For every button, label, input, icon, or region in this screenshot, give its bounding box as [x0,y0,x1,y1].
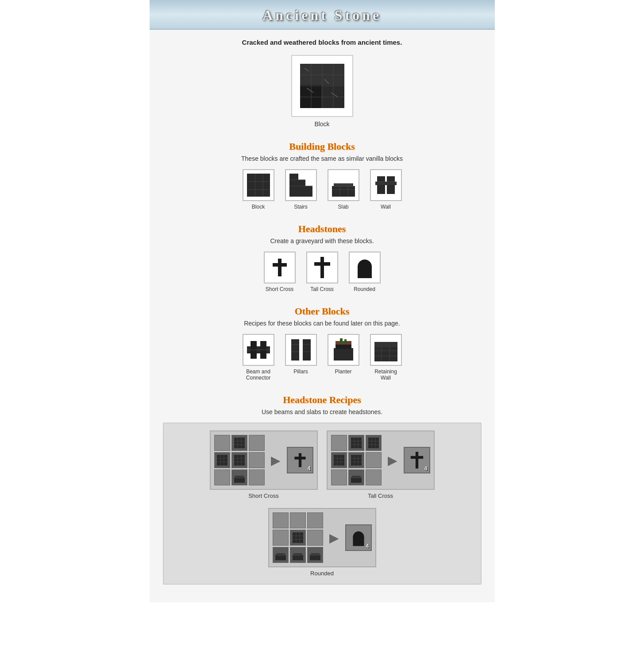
svg-rect-54 [374,346,397,361]
grid-cell [331,469,347,485]
page-header: Ancient Stone [150,0,495,30]
ingredient-icon [216,454,228,466]
recipe-arrow: ▶ [271,453,281,468]
grid-cell [231,435,247,451]
svg-rect-65 [217,455,228,465]
svg-rect-43 [291,339,299,361]
grid-cell [214,452,230,468]
grid-cell [366,469,382,485]
recipe-short-cross-result: 4 [287,447,313,473]
recipe-tall-cross-box: ▶ 4 [327,430,435,490]
item-stairs-image-box [285,169,317,201]
grid-cell [348,469,364,485]
svg-rect-52 [340,338,343,344]
ingredient-icon [350,471,362,484]
tall-cross-icon [310,255,335,280]
rounded-headstone-icon [352,255,377,280]
item-short-cross-label: Short Cross [266,286,293,292]
svg-rect-51 [335,341,351,345]
ingredient-icon [350,454,362,466]
grid-cell [331,435,347,451]
ingredient-icon [333,454,345,466]
grid-cell [214,435,230,451]
grid-cell [307,530,323,546]
item-planter-label: Planter [335,368,351,375]
grid-cell [331,452,347,468]
grid-cell [273,547,289,563]
main-content: Cracked and weathered blocks from ancien… [150,30,495,602]
item-slab-image-box [328,169,359,201]
ingredient-icon [309,549,321,561]
item-pillars-image-box [285,334,317,366]
other-blocks-section: Other Blocks Recipes for these blocks ca… [163,306,482,381]
item-wall-image-box [370,169,402,201]
headstone-recipes-desc: Use beams and slabs to create headstones… [163,408,482,415]
item-block-label: Block [252,204,265,210]
svg-rect-44 [303,339,311,361]
grid-cell [273,530,289,546]
item-short-cross-image-box [264,252,296,283]
ingredient-icon [292,531,304,544]
recipe-rounded: ▶ 4 Rounded [268,508,376,577]
recipe-short-cross-box: ▶ 4 [210,430,318,490]
ingredient-icon [233,454,246,466]
recipe-short-cross-label: Short Cross [248,492,279,499]
result-rounded-icon [349,528,368,547]
ingredient-icon [292,549,304,561]
svg-rect-60 [234,438,245,448]
svg-rect-84 [368,438,379,448]
headstone-recipes-title: Headstone Recipes [163,394,482,406]
page-title: Ancient Stone [150,7,495,23]
pillars-icon [289,337,313,362]
building-blocks-items: Block Stairs [163,169,482,210]
other-blocks-title: Other Blocks [163,306,482,317]
svg-point-115 [353,531,364,543]
grid-cell [290,547,306,563]
hero-block-image [298,62,347,110]
short-cross-icon [267,255,292,280]
recipes-row: ▶ 4 Short Cross [171,430,474,577]
svg-rect-102 [410,456,423,459]
ingredient-icon [233,437,246,449]
recipe-rounded-label: Rounded [310,570,334,577]
svg-rect-13 [247,174,270,197]
item-stairs: Stairs [285,169,317,210]
ingredient-icon [367,437,380,449]
headstones-desc: Create a graveyard with these blocks. [163,237,482,244]
grid-cell [214,469,230,485]
beam-connector-icon [246,337,271,362]
item-wall: Wall [370,169,402,210]
recipe-tall-cross-result: 4 [404,447,430,473]
svg-rect-55 [374,342,397,347]
recipe-short-cross-grid [214,435,265,485]
item-retaining-wall-label: Retaining Wall [374,368,397,381]
grid-cell [307,547,323,563]
item-beam-connector-image-box [243,334,274,366]
svg-rect-76 [235,476,244,478]
result-tall-cross-icon [407,450,427,470]
recipe-rounded-result: 4 [345,524,372,551]
svg-rect-35 [320,257,324,278]
grid-cell [290,512,306,528]
item-wall-label: Wall [381,204,391,210]
item-rounded-image-box [349,252,381,283]
item-slab: Slab [328,169,359,210]
building-blocks-section: Building Blocks These blocks are crafted… [163,141,482,210]
grid-cell [249,469,265,485]
svg-rect-53 [344,339,347,344]
svg-rect-18 [289,186,312,197]
recipe-rounded-box: ▶ 4 [268,508,376,567]
item-beam-connector: Beam and Connector [243,334,274,381]
svg-rect-30 [375,182,397,185]
svg-rect-113 [311,553,320,556]
headstones-section: Headstones Create a graveyard with these… [163,223,482,292]
item-rounded: Rounded [349,252,381,292]
ingredient-icon [274,549,287,561]
headstone-recipes-section: Headstone Recipes Use beams and slabs to… [163,394,482,585]
grid-cell [290,530,306,546]
svg-rect-24 [334,183,353,187]
result-count: 4 [424,465,428,472]
recipe-arrow: ▶ [329,531,339,545]
svg-rect-103 [293,532,303,543]
item-tall-cross-label: Tall Cross [310,286,334,292]
